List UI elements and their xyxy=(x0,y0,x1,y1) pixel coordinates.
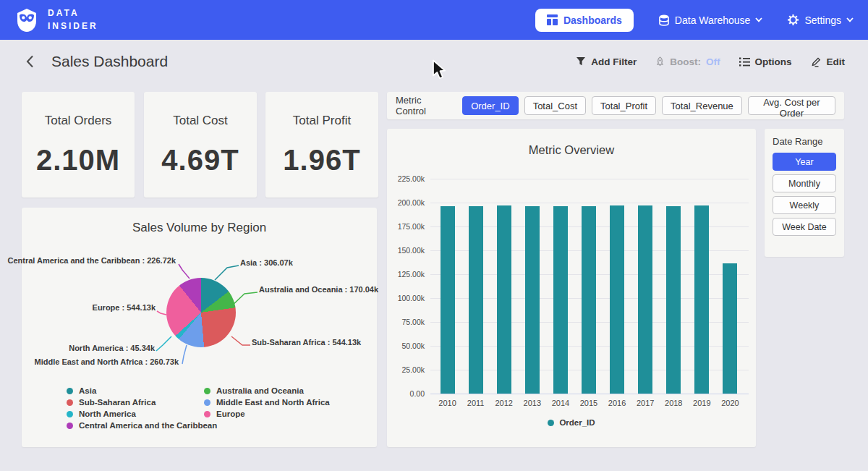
kpi-label: Total Profit xyxy=(293,114,351,128)
bar-2019[interactable] xyxy=(694,205,709,394)
kpi-value: 2.10M xyxy=(36,144,120,177)
bar-2020[interactable] xyxy=(723,263,737,394)
settings-menu[interactable]: Settings xyxy=(787,14,854,26)
legend-label: Central America and the Caribbean xyxy=(79,421,217,430)
bar-2018[interactable] xyxy=(666,206,681,394)
kpi-total-profit: Total Profit 1.96T xyxy=(265,92,378,198)
pie-legend-middle-east-and-north-africa[interactable]: Middle East and North Africa xyxy=(204,396,330,408)
pie-legend-europe[interactable]: Europe xyxy=(204,408,330,420)
bar-2013[interactable] xyxy=(525,206,540,394)
pie-legend-north-america[interactable]: North America xyxy=(67,408,217,420)
add-filter-button[interactable]: Add Filter xyxy=(576,56,637,67)
brand-logo[interactable]: DATA INSIDER xyxy=(14,7,98,33)
settings-label: Settings xyxy=(804,14,841,26)
y-axis-tick: 75.00k xyxy=(388,318,425,326)
bar-2012[interactable] xyxy=(497,205,511,394)
metric-control-bar: Metric Control Order_IDTotal_CostTotal_P… xyxy=(387,92,844,119)
bar-2015[interactable] xyxy=(582,206,596,394)
bar-2017[interactable] xyxy=(638,205,652,394)
pie-legend-central-america-and-the-caribbean[interactable]: Central America and the Caribbean xyxy=(67,420,217,431)
x-axis-tick: 2018 xyxy=(659,399,688,407)
top-nav: DATA INSIDER Dashboards xyxy=(0,0,868,40)
x-axis-tick: 2020 xyxy=(715,399,744,407)
data-warehouse-label: Data Warehouse xyxy=(675,14,751,26)
kpi-total-cost: Total Cost 4.69T xyxy=(144,92,257,198)
page-header: Sales Dashboard Add Filter Boost: Off xyxy=(0,40,868,83)
edit-button[interactable]: Edit xyxy=(811,56,846,67)
date-range-year[interactable]: Year xyxy=(773,153,836,171)
filter-funnel-icon xyxy=(576,56,586,67)
bar-plot: 225.00k200.00k175.00k150.00k125.00k100.0… xyxy=(387,129,756,447)
metric-chip-order-id[interactable]: Order_ID xyxy=(462,96,518,115)
date-range-label: Date Range xyxy=(773,136,836,147)
x-axis-tick: 2011 xyxy=(461,399,490,407)
sales-dashboard-app: DATA INSIDER Dashboards xyxy=(0,0,868,471)
pie-legend-australia-and-oceania[interactable]: Australia and Oceania xyxy=(204,385,330,396)
bar-chart-legend[interactable]: Order_ID xyxy=(387,418,756,427)
x-axis-tick: 2014 xyxy=(546,399,575,407)
metric-chip-total-revenue[interactable]: Total_Revenue xyxy=(662,96,742,115)
pie-label-central-america-and-the-caribbean: Central America and the Caribbean : 226.… xyxy=(7,256,176,265)
dashboard-grid-icon xyxy=(547,14,558,25)
metric-chip-total-cost[interactable]: Total_Cost xyxy=(524,96,586,115)
legend-label: Europe xyxy=(216,410,245,418)
metric-chip-avg-cost-per-order[interactable]: Avg. Cost per Order xyxy=(748,96,835,115)
brand-name: DATA INSIDER xyxy=(48,7,98,33)
x-axis-tick: 2013 xyxy=(518,399,547,407)
date-range-buttons: YearMonthlyWeeklyWeek Date xyxy=(773,153,836,236)
gridline xyxy=(430,203,749,203)
bar-2014[interactable] xyxy=(553,206,568,394)
bar-2010[interactable] xyxy=(441,206,455,394)
metric-control-label: Metric Control xyxy=(396,95,452,116)
options-button[interactable]: Options xyxy=(739,56,792,67)
y-axis-tick: 0.00 xyxy=(388,389,425,398)
kpi-label: Total Cost xyxy=(173,114,228,128)
data-warehouse-menu[interactable]: Data Warehouse xyxy=(658,14,763,26)
kpi-total-orders: Total Orders 2.10M xyxy=(22,92,135,198)
x-axis-tick: 2015 xyxy=(574,399,603,407)
date-range-weekly[interactable]: Weekly xyxy=(773,196,836,214)
back-button[interactable] xyxy=(23,54,37,69)
kpi-value: 4.69T xyxy=(161,144,239,177)
y-axis-tick: 25.00k xyxy=(388,365,425,374)
y-axis-tick: 125.00k xyxy=(388,270,425,279)
boost-status: Off xyxy=(706,56,720,67)
pie-legend-sub-saharan-africa[interactable]: Sub-Saharan Africa xyxy=(67,396,217,408)
boost-toggle[interactable]: Boost: Off xyxy=(655,56,720,67)
bar-2011[interactable] xyxy=(469,206,483,394)
gear-icon xyxy=(787,14,799,26)
pie-legend-column-1: AsiaSub-Saharan AfricaNorth AmericaCentr… xyxy=(67,385,217,431)
date-range-monthly[interactable]: Monthly xyxy=(773,174,836,192)
pie-label-australia-and-oceania: Australia and Oceania : 170.04k xyxy=(259,285,378,294)
gridline xyxy=(430,394,749,394)
owl-logo-icon xyxy=(14,7,39,33)
chevron-down-icon xyxy=(755,17,762,22)
x-axis-tick: 2016 xyxy=(603,399,631,407)
dashboards-button[interactable]: Dashboards xyxy=(535,9,634,32)
y-axis-tick: 100.00k xyxy=(388,294,425,302)
page-title: Sales Dashboard xyxy=(51,53,168,70)
y-axis-tick: 175.00k xyxy=(388,222,425,231)
gridline xyxy=(430,179,749,179)
y-axis-tick: 50.00k xyxy=(388,341,425,350)
metric-chip-total-profit[interactable]: Total_Profit xyxy=(592,96,656,115)
x-axis-tick: 2017 xyxy=(631,399,660,407)
legend-label: North America xyxy=(79,410,136,418)
pencil-icon xyxy=(811,56,822,67)
x-axis-tick: 2010 xyxy=(433,399,462,407)
pie-label-asia: Asia : 306.07k xyxy=(240,258,293,267)
y-axis-tick: 225.00k xyxy=(388,174,425,183)
dashboards-label: Dashboards xyxy=(563,14,622,26)
legend-dot xyxy=(204,411,210,417)
legend-dot xyxy=(67,411,73,417)
pie-chart-title: Sales Volume by Region xyxy=(22,221,377,235)
kpi-value: 1.96T xyxy=(283,144,360,177)
pie-legend-asia[interactable]: Asia xyxy=(67,385,217,396)
pie-graphic[interactable] xyxy=(166,278,236,347)
legend-label: Sub-Saharan Africa xyxy=(79,398,156,407)
options-list-icon xyxy=(739,57,750,67)
date-range-week-date[interactable]: Week Date xyxy=(773,218,836,236)
kpi-label: Total Orders xyxy=(45,114,112,128)
bar-2016[interactable] xyxy=(610,205,624,394)
legend-dot xyxy=(67,388,73,394)
